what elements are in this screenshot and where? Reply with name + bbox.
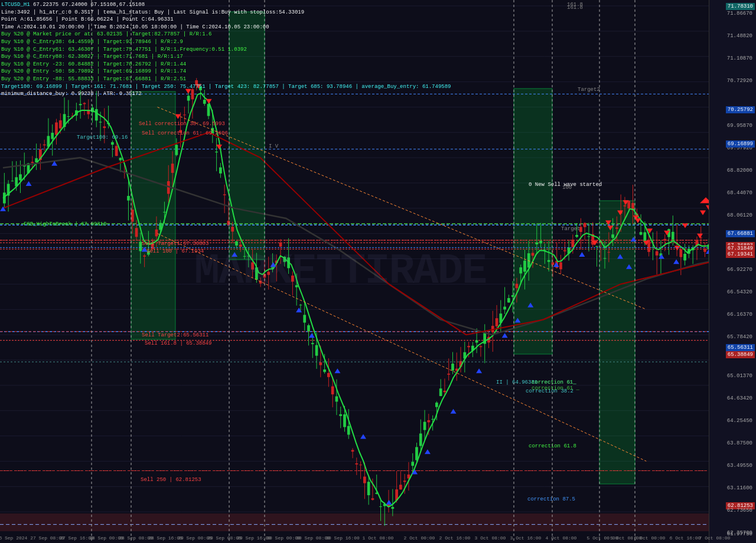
chart-container: MARKETTIRADE LTCUSD_H1 67.22375 67.24000… xyxy=(0,0,756,543)
time-label: 2 Oct 00:00 xyxy=(404,535,435,541)
time-label: 27 Sep 16:00 xyxy=(60,535,94,541)
time-label: 3 Oct 16:00 xyxy=(510,535,542,541)
price-label: 64.25450 xyxy=(727,418,755,424)
time-label: 1 Oct 08:00 xyxy=(363,535,394,541)
time-label: 30 Sep 16:00 xyxy=(325,535,360,541)
price-label: 71.86670 xyxy=(727,11,755,17)
price-label: 67.66881 xyxy=(726,230,755,237)
price-label: 66.54320 xyxy=(727,289,755,295)
time-label: 7 Oct 08:00 xyxy=(699,535,731,541)
time-label: 26 Sep 2024 xyxy=(0,535,27,541)
price-label: 66.16370 xyxy=(727,312,755,318)
price-label: 70.25792 xyxy=(726,106,755,113)
time-label: 28 Sep 08:00 xyxy=(119,535,153,541)
price-label: 65.78420 xyxy=(727,334,755,340)
price-label: 70.72920 xyxy=(727,78,755,84)
time-label: 29 Sep 08:00 xyxy=(207,535,242,541)
price-label: 64.63420 xyxy=(727,395,755,401)
time-label: 6 Oct 16:00 xyxy=(670,535,701,541)
price-label: 68.82000 xyxy=(727,168,755,174)
price-label: 69.16899 xyxy=(726,140,755,148)
price-label: 62.73650 xyxy=(727,508,755,513)
price-label: 65.38849 xyxy=(726,351,755,358)
price-label: 71.10870 xyxy=(727,55,755,61)
time-label: 27 Sep 08:00 xyxy=(30,535,64,541)
time-label: 28 Sep 00:00 xyxy=(89,535,123,541)
time-label: 4 Oct 08:00 xyxy=(546,535,577,541)
price-label: 69.95870 xyxy=(727,123,755,129)
time-label: 30 Sep 00:00 xyxy=(266,535,301,541)
price-label: 65.01370 xyxy=(727,373,755,379)
price-label: 61.97750 xyxy=(727,531,755,537)
price-label: 68.44070 xyxy=(727,190,755,196)
price-label: 68.06120 xyxy=(727,212,755,218)
time-label: 6 Oct 00:00 xyxy=(634,535,666,541)
price-label: 67.19341 xyxy=(726,251,755,258)
price-label: 71.48820 xyxy=(727,33,755,39)
time-label: 29 Sep 16:00 xyxy=(237,535,271,541)
time-label: 29 Sep 00:00 xyxy=(178,535,212,541)
price-label: 65.56311 xyxy=(726,344,755,351)
price-label: 63.87500 xyxy=(727,440,755,446)
time-axis: 26 Sep 202427 Sep 08:0027 Sep 16:0028 Se… xyxy=(0,532,726,543)
price-label: 63.49550 xyxy=(727,463,755,469)
price-label: 66.92270 xyxy=(727,267,755,273)
chart-canvas[interactable] xyxy=(0,0,726,543)
time-label: 28 Sep 16:00 xyxy=(148,535,183,541)
time-label: 30 Sep 08:00 xyxy=(296,535,330,541)
price-axis: 71.7831071.8667071.4882071.1087070.72920… xyxy=(709,0,756,543)
price-label: 71.78310 xyxy=(726,3,755,10)
time-label: 3 Oct 08:00 xyxy=(475,535,506,541)
price-label: 63.11600 xyxy=(727,485,755,491)
time-label: 2 Oct 16:00 xyxy=(439,535,471,541)
